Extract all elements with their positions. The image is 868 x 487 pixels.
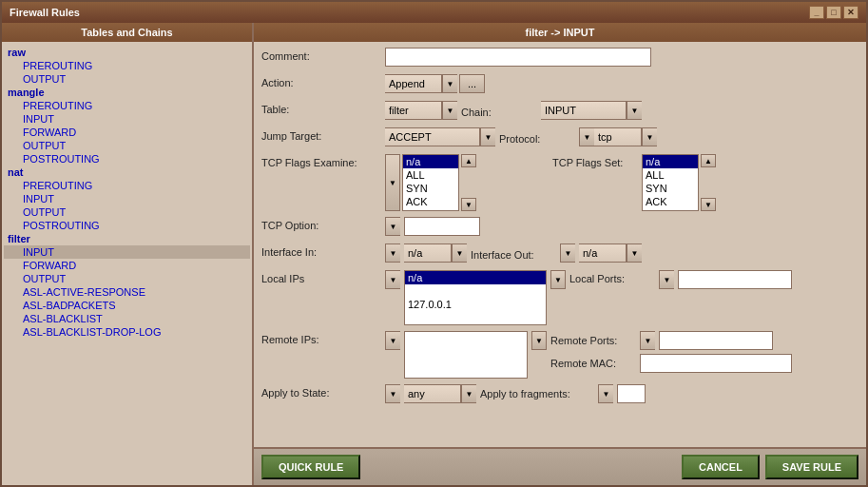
remote-ips-scroll[interactable]: ▼: [531, 331, 547, 350]
tcp-option-input[interactable]: [404, 217, 480, 236]
interface-out-type-select[interactable]: ▼: [560, 244, 575, 263]
local-ips-type-select[interactable]: ▼: [385, 270, 400, 289]
action-extra-btn[interactable]: ...: [459, 74, 485, 93]
tcp-flags-examine-list[interactable]: n/a ALL SYN ACK: [402, 154, 459, 211]
sidebar-item-nat-postrouting[interactable]: POSTROUTING: [4, 219, 250, 232]
set-scroll-down[interactable]: ▼: [701, 198, 716, 211]
sidebar-item-filter-input[interactable]: INPUT: [4, 245, 250, 259]
action-value[interactable]: Append: [385, 74, 442, 93]
sidebar-item-mangle-forward[interactable]: FORWARD: [4, 126, 250, 139]
local-ip-127[interactable]: 127.0.0.1: [405, 298, 546, 311]
sidebar-item-mangle-postrouting[interactable]: POSTROUTING: [4, 152, 250, 166]
action-select[interactable]: Append ▼: [385, 74, 457, 93]
apply-state-arrow[interactable]: ▼: [461, 384, 476, 403]
interface-in-type-select[interactable]: ▼: [385, 244, 400, 263]
chain-dropdown-arrow[interactable]: ▼: [627, 101, 642, 120]
sidebar-item-filter-asl-blacklist-drop-log[interactable]: ASL-BLACKLIST-DROP-LOG: [4, 325, 250, 339]
sidebar-item-filter-output[interactable]: OUTPUT: [4, 272, 250, 285]
remote-ips-type-arrow[interactable]: ▼: [385, 331, 400, 350]
apply-state-type-arrow[interactable]: ▼: [385, 384, 400, 403]
local-ports-type-select[interactable]: ▼: [659, 270, 674, 289]
protocol-value-arrow[interactable]: ▼: [642, 127, 657, 146]
set-scroll-up[interactable]: ▲: [701, 154, 716, 167]
cancel-button[interactable]: CANCEL: [682, 455, 760, 479]
tcp-option-type-arrow[interactable]: ▼: [385, 217, 400, 236]
action-dropdown-arrow[interactable]: ▼: [442, 74, 457, 93]
interface-in-arrow[interactable]: ▼: [452, 244, 467, 263]
quick-rule-button[interactable]: QUICK RULE: [261, 455, 360, 479]
remote-ips-type-select[interactable]: ▼: [385, 331, 400, 350]
flag-examine-syn[interactable]: SYN: [403, 182, 458, 195]
sidebar-item-mangle-output[interactable]: OUTPUT: [4, 139, 250, 152]
local-ip-empty[interactable]: [405, 284, 546, 298]
protocol-value[interactable]: tcp: [594, 127, 642, 146]
apply-fragments-type-select[interactable]: ▼: [598, 384, 613, 403]
examine-scroll-down[interactable]: ▼: [461, 198, 476, 211]
flag-examine-na[interactable]: n/a: [403, 155, 458, 168]
maximize-button[interactable]: □: [826, 6, 841, 19]
sidebar-item-raw-output[interactable]: OUTPUT: [4, 72, 250, 86]
interface-out-select[interactable]: n/a ▼: [579, 244, 642, 263]
sidebar-group-mangle[interactable]: mangle: [4, 86, 250, 99]
protocol-type-arrow[interactable]: ▼: [579, 127, 594, 146]
local-ips-type-arrow[interactable]: ▼: [385, 270, 400, 289]
minimize-button[interactable]: _: [809, 6, 824, 19]
flag-examine-all[interactable]: ALL: [403, 168, 458, 182]
flag-set-all[interactable]: ALL: [643, 168, 698, 182]
close-button[interactable]: ✕: [843, 6, 858, 19]
table-dropdown-arrow[interactable]: ▼: [442, 101, 457, 120]
interface-in-select[interactable]: n/a ▼: [404, 244, 467, 263]
remote-ports-type-arrow[interactable]: ▼: [640, 331, 655, 350]
sidebar-group-filter[interactable]: filter: [4, 232, 250, 245]
chain-select[interactable]: INPUT ▼: [541, 101, 642, 120]
save-rule-button[interactable]: SAVE RULE: [765, 455, 858, 479]
interface-in-value[interactable]: n/a: [404, 244, 452, 263]
comment-input[interactable]: [385, 48, 651, 67]
chain-value[interactable]: INPUT: [541, 101, 627, 120]
apply-fragments-input[interactable]: [617, 384, 646, 403]
sidebar-item-filter-asl-blacklist[interactable]: ASL-BLACKLIST: [4, 312, 250, 325]
sidebar-group-nat[interactable]: nat: [4, 166, 250, 179]
sidebar-item-mangle-input[interactable]: INPUT: [4, 112, 250, 126]
flag-set-na[interactable]: n/a: [643, 155, 698, 168]
sidebar-item-filter-asl-badpackets[interactable]: ASL-BADPACKETS: [4, 299, 250, 312]
remote-ports-input[interactable]: [659, 331, 773, 350]
jump-target-select[interactable]: ACCEPT ▼: [385, 127, 495, 146]
sidebar-item-nat-input[interactable]: INPUT: [4, 192, 250, 205]
interface-out-type-arrow[interactable]: ▼: [560, 244, 575, 263]
protocol-select[interactable]: ▼ tcp ▼: [579, 127, 657, 146]
tcp-option-type-select[interactable]: ▼: [385, 217, 400, 236]
jump-target-arrow[interactable]: ▼: [480, 127, 495, 146]
flag-set-syn[interactable]: SYN: [643, 182, 698, 195]
interface-out-value[interactable]: n/a: [579, 244, 627, 263]
local-ips-scroll-arrow[interactable]: ▼: [550, 270, 566, 289]
remote-ips-input[interactable]: [404, 331, 528, 379]
local-ips-dropdown[interactable]: n/a 127.0.0.1: [404, 270, 547, 325]
flag-set-ack[interactable]: ACK: [643, 195, 698, 208]
sidebar-item-nat-prerouting[interactable]: PREROUTING: [4, 179, 250, 192]
remote-mac-input[interactable]: [640, 354, 792, 373]
interface-in-type-arrow[interactable]: ▼: [385, 244, 400, 263]
sidebar-group-raw[interactable]: raw: [4, 46, 250, 59]
sidebar-item-filter-forward[interactable]: FORWARD: [4, 259, 250, 272]
sidebar-item-filter-asl-active-response[interactable]: ASL-ACTIVE-RESPONSE: [4, 285, 250, 299]
apply-state-type-select[interactable]: ▼: [385, 384, 400, 403]
sidebar-item-mangle-prerouting[interactable]: PREROUTING: [4, 99, 250, 112]
apply-state-value[interactable]: any: [404, 384, 461, 403]
apply-fragments-type-arrow[interactable]: ▼: [598, 384, 613, 403]
local-ip-na[interactable]: n/a: [405, 271, 546, 284]
local-ip-empty2[interactable]: [405, 311, 546, 324]
examine-scroll-up[interactable]: ▲: [461, 154, 476, 167]
flag-examine-ack[interactable]: ACK: [403, 195, 458, 208]
interface-out-arrow[interactable]: ▼: [627, 244, 642, 263]
table-select[interactable]: filter ▼: [385, 101, 457, 120]
examine-type-arrow[interactable]: ▼: [385, 154, 400, 211]
local-ports-type-arrow[interactable]: ▼: [659, 270, 674, 289]
local-ports-input[interactable]: [678, 270, 792, 289]
tcp-flags-set-list[interactable]: n/a ALL SYN ACK: [642, 154, 699, 211]
apply-state-select[interactable]: any ▼: [404, 384, 476, 403]
jump-target-value[interactable]: ACCEPT: [385, 127, 480, 146]
sidebar-item-raw-prerouting[interactable]: PREROUTING: [4, 59, 250, 72]
remote-ports-type-select[interactable]: ▼: [640, 331, 655, 350]
table-value[interactable]: filter: [385, 101, 442, 120]
